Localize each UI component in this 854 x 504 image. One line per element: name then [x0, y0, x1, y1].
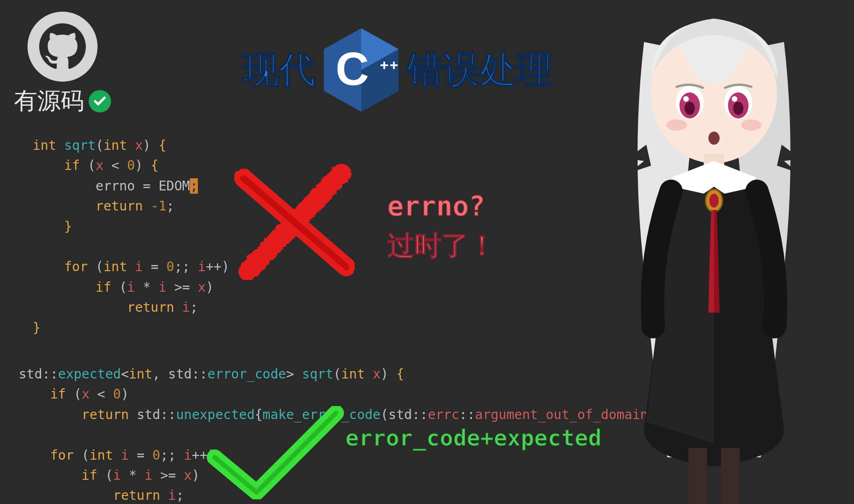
svg-point-14 — [732, 96, 737, 102]
svg-point-20 — [709, 194, 719, 208]
svg-point-12 — [733, 102, 743, 115]
svg-text:C: C — [336, 43, 369, 95]
svg-text:+: + — [390, 56, 399, 73]
code-block-old: int sqrt(int x) { if (x < 0) { errno = E… — [33, 135, 229, 338]
green-check-icon — [205, 406, 345, 499]
title-right: 错误处理 — [407, 46, 553, 95]
svg-point-11 — [685, 102, 695, 115]
svg-text:+: + — [380, 56, 389, 73]
red-x-mark-icon — [233, 159, 355, 280]
svg-point-13 — [683, 96, 689, 102]
title-row: 现代 C + + 错误处理 — [243, 28, 553, 112]
svg-point-17 — [708, 132, 720, 145]
modern-callout: error_code+expected — [345, 425, 602, 451]
github-source-badge: 有源码 — [14, 12, 111, 117]
anime-character-illustration — [574, 0, 854, 504]
errno-callout: errno? 过时了！ — [387, 187, 496, 265]
svg-point-16 — [741, 119, 762, 131]
title-left: 现代 — [243, 46, 315, 95]
cpp-logo-icon: C + + — [324, 28, 399, 112]
svg-rect-22 — [721, 448, 740, 504]
errno-line1: errno? — [387, 187, 496, 226]
github-icon — [28, 12, 98, 82]
svg-rect-21 — [688, 448, 707, 504]
check-icon — [89, 90, 111, 112]
source-label: 有源码 — [14, 85, 84, 117]
svg-point-15 — [666, 119, 687, 131]
errno-line2: 过时了！ — [387, 226, 496, 265]
